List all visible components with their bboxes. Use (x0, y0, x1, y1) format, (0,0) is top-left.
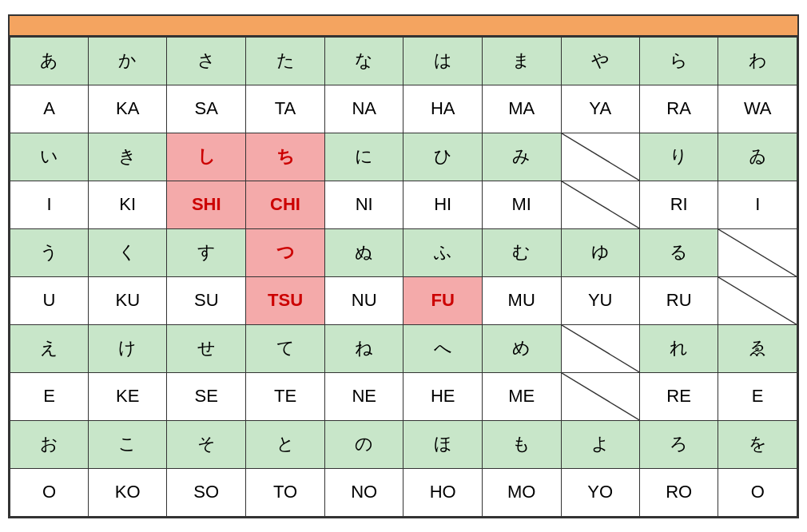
hiragana-cell-3-5: へ (404, 324, 482, 372)
romaji-cell-4-7: YO (561, 468, 639, 516)
hiragana-cell-1-7 (561, 133, 639, 181)
hiragana-cell-0-8: ら (639, 37, 718, 85)
romaji-cell-3-0: E (10, 372, 89, 420)
romaji-cell-1-4: NI (325, 181, 404, 228)
romaji-cell-1-0: I (10, 181, 89, 228)
romaji-cell-0-3: TA (246, 85, 325, 133)
hiragana-cell-1-6: み (482, 133, 561, 181)
hiragana-cell-3-3: て (246, 324, 325, 372)
hiragana-cell-0-3: た (246, 37, 325, 85)
romaji-cell-3-3: TE (246, 372, 325, 420)
romaji-cell-2-4: NU (325, 276, 404, 324)
svg-line-0 (562, 133, 639, 181)
romaji-cell-0-8: RA (639, 85, 718, 133)
romaji-cell-1-5: HI (404, 181, 482, 228)
hiragana-cell-2-1: く (89, 228, 167, 276)
svg-line-5 (562, 373, 639, 420)
hiragana-row-1: いきしちにひみりゐ (10, 133, 797, 181)
hiragana-cell-4-3: と (246, 420, 325, 468)
romaji-cell-4-0: O (10, 468, 89, 516)
hiragana-cell-3-8: れ (639, 324, 718, 372)
romaji-cell-1-2: SHI (167, 181, 246, 228)
hiragana-cell-4-7: よ (561, 420, 639, 468)
romaji-cell-3-7 (561, 372, 639, 420)
romaji-row-1: IKISHICHINIHIMIRII (10, 181, 797, 228)
hiragana-cell-2-6: む (482, 228, 561, 276)
hiragana-cell-1-5: ひ (404, 133, 482, 181)
romaji-cell-0-4: NA (325, 85, 404, 133)
hiragana-row-0: あかさたなはまやらわ (10, 37, 797, 85)
romaji-cell-3-4: NE (325, 372, 404, 420)
hiragana-cell-4-9: を (718, 420, 797, 468)
hiragana-cell-4-4: の (325, 420, 404, 468)
hiragana-cell-2-9 (718, 228, 797, 276)
hiragana-cell-1-8: り (639, 133, 718, 181)
romaji-cell-0-5: HA (404, 85, 482, 133)
romaji-cell-4-4: NO (325, 468, 404, 516)
hiragana-cell-2-0: う (10, 228, 89, 276)
romaji-row-4: OKOSOTONOHOMOYOROO (10, 468, 797, 516)
romaji-cell-2-8: RU (639, 276, 718, 324)
hiragana-cell-4-5: ほ (404, 420, 482, 468)
romaji-cell-2-3: TSU (246, 276, 325, 324)
hiragana-cell-0-5: は (404, 37, 482, 85)
romaji-cell-3-5: HE (404, 372, 482, 420)
hiragana-cell-2-3: つ (246, 228, 325, 276)
romaji-cell-3-6: ME (482, 372, 561, 420)
hiragana-cell-4-6: も (482, 420, 561, 468)
romaji-cell-0-9: WA (718, 85, 797, 133)
romaji-cell-4-8: RO (639, 468, 718, 516)
romaji-cell-0-7: YA (561, 85, 639, 133)
romaji-cell-2-9 (718, 276, 797, 324)
hiragana-cell-0-6: ま (482, 37, 561, 85)
romaji-cell-2-5: FU (404, 276, 482, 324)
hiragana-cell-3-9: ゑ (718, 324, 797, 372)
romaji-row-2: UKUSUTSUNUFUMUYURU (10, 276, 797, 324)
romaji-cell-3-9: E (718, 372, 797, 420)
romaji-cell-3-1: KE (89, 372, 167, 420)
romaji-cell-1-6: MI (482, 181, 561, 228)
hiragana-cell-3-4: ね (325, 324, 404, 372)
romaji-cell-1-7 (561, 181, 639, 228)
main-container: あかさたなはまやらわAKASATANAHAMAYARAWAいきしちにひみりゐIK… (8, 14, 799, 518)
hiragana-cell-3-6: め (482, 324, 561, 372)
hiragana-cell-0-4: な (325, 37, 404, 85)
romaji-cell-1-9: I (718, 181, 797, 228)
hiragana-cell-3-1: け (89, 324, 167, 372)
hiragana-row-2: うくすつぬふむゆる (10, 228, 797, 276)
romaji-cell-4-3: TO (246, 468, 325, 516)
romaji-cell-1-8: RI (639, 181, 718, 228)
hiragana-cell-0-0: あ (10, 37, 89, 85)
romaji-cell-0-0: A (10, 85, 89, 133)
hiragana-cell-1-9: ゐ (718, 133, 797, 181)
hiragana-cell-2-4: ぬ (325, 228, 404, 276)
romaji-cell-4-6: MO (482, 468, 561, 516)
hiragana-cell-3-0: え (10, 324, 89, 372)
svg-line-1 (562, 181, 639, 228)
romaji-cell-2-6: MU (482, 276, 561, 324)
svg-line-3 (718, 277, 797, 324)
hiragana-cell-2-5: ふ (404, 228, 482, 276)
romaji-cell-2-2: SU (167, 276, 246, 324)
hiragana-cell-3-2: せ (167, 324, 246, 372)
hiragana-cell-3-7 (561, 324, 639, 372)
hiragana-cell-1-4: に (325, 133, 404, 181)
svg-line-2 (718, 229, 797, 276)
hiragana-cell-1-1: き (89, 133, 167, 181)
romaji-row-3: EKESETENEHEMEREE (10, 372, 797, 420)
hiragana-cell-0-2: さ (167, 37, 246, 85)
romaji-cell-1-3: CHI (246, 181, 325, 228)
romaji-cell-3-8: RE (639, 372, 718, 420)
svg-line-4 (562, 325, 639, 372)
hiragana-row-3: えけせてねへめれゑ (10, 324, 797, 372)
hiragana-cell-0-1: か (89, 37, 167, 85)
romaji-cell-2-7: YU (561, 276, 639, 324)
hiragana-cell-0-7: や (561, 37, 639, 85)
hiragana-cell-4-8: ろ (639, 420, 718, 468)
romaji-cell-2-1: KU (89, 276, 167, 324)
romaji-cell-4-2: SO (167, 468, 246, 516)
hiragana-cell-0-9: わ (718, 37, 797, 85)
romaji-cell-3-2: SE (167, 372, 246, 420)
hiragana-cell-1-2: し (167, 133, 246, 181)
hiragana-cell-1-3: ち (246, 133, 325, 181)
